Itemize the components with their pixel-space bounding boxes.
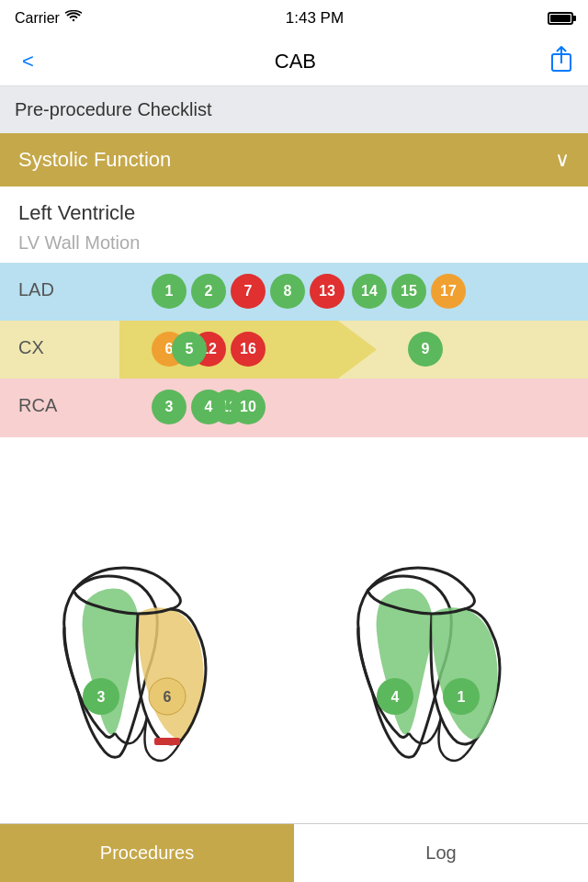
circle-1[interactable]: 1 [152, 274, 187, 309]
chevron-down-icon: ∨ [555, 148, 570, 172]
circle-4[interactable]: 4 [191, 390, 226, 424]
heart-right-svg: 4 1 [312, 563, 570, 775]
circle-2[interactable]: 2 [191, 274, 226, 309]
rca-region [0, 379, 588, 437]
svg-rect-6 [154, 738, 180, 745]
lad-label: LAD [18, 279, 54, 300]
circle-16[interactable]: 16 [231, 332, 266, 367]
heart-right: 4 1 [294, 514, 588, 823]
circle-15[interactable]: 15 [391, 274, 426, 309]
status-bar: Carrier 1:43 PM [0, 0, 588, 37]
carrier-label: Carrier [15, 10, 60, 27]
circle-8[interactable]: 8 [270, 274, 305, 309]
checklist-header[interactable]: Pre-procedure Checklist [0, 86, 588, 133]
subsection-title: LV Wall Motion [0, 232, 588, 263]
procedures-tab[interactable]: Procedures [0, 824, 294, 882]
svg-text:3: 3 [97, 689, 106, 705]
cx-label: CX [18, 337, 44, 358]
circle-14[interactable]: 14 [352, 274, 387, 309]
nav-bar: < CAB [0, 37, 588, 86]
circle-5[interactable]: 5 [172, 332, 207, 367]
carrier-text: Carrier [15, 10, 82, 27]
heart-left: 3 6 [0, 514, 294, 823]
circle-10[interactable]: 10 [231, 390, 266, 424]
back-button[interactable]: < [15, 46, 41, 77]
heart-diagram-area: 3 6 4 [0, 514, 588, 823]
circle-17[interactable]: 17 [431, 274, 466, 309]
share-button[interactable] [549, 45, 573, 78]
procedures-tab-label: Procedures [100, 842, 194, 864]
content-area: Left Ventricle LV Wall Motion LAD CX RCA… [0, 187, 588, 437]
log-tab[interactable]: Log [294, 824, 588, 882]
circle-9[interactable]: 9 [408, 332, 443, 367]
tab-bar: Procedures Log [0, 823, 588, 882]
circle-3[interactable]: 3 [152, 390, 187, 424]
checklist-label: Pre-procedure Checklist [15, 99, 212, 119]
systolic-section-header[interactable]: Systolic Function ∨ [0, 133, 588, 187]
wall-motion-diagram: LAD CX RCA 1 2 7 8 13 14 15 17 6 12 16 9… [0, 263, 588, 437]
log-tab-label: Log [425, 842, 456, 864]
status-time: 1:43 PM [286, 9, 344, 28]
systolic-title: Systolic Function [18, 148, 171, 172]
section-title: Left Ventricle [0, 201, 588, 232]
battery-indicator [548, 12, 573, 25]
rca-label: RCA [18, 395, 57, 416]
svg-text:4: 4 [391, 689, 400, 705]
circle-7[interactable]: 7 [231, 274, 266, 309]
heart-left-svg: 3 6 [18, 563, 276, 775]
page-title: CAB [275, 50, 316, 74]
svg-text:1: 1 [458, 689, 466, 705]
wifi-icon [65, 10, 82, 27]
svg-text:6: 6 [164, 689, 172, 705]
circle-13[interactable]: 13 [310, 274, 345, 309]
